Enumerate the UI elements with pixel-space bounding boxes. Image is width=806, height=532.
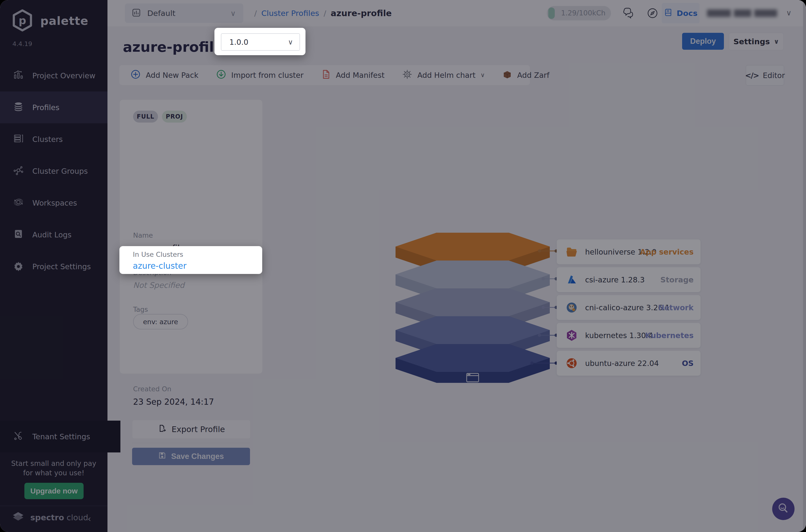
profile-version-select[interactable]: 1.0.0 ∨	[221, 33, 300, 51]
in-use-clusters-label: In Use Clusters	[133, 251, 183, 258]
profile-version-value: 1.0.0	[230, 38, 248, 46]
in-use-clusters-spotlight-card: In Use Clusters azure-cluster	[120, 246, 262, 274]
version-spotlight-card: 1.0.0 ∨	[215, 28, 306, 55]
in-use-cluster-link[interactable]: azure-cluster	[133, 261, 187, 271]
app-window: p palette 4.4.19 Project Overview Profil…	[0, 0, 806, 532]
chevron-down-icon: ∨	[288, 38, 293, 46]
